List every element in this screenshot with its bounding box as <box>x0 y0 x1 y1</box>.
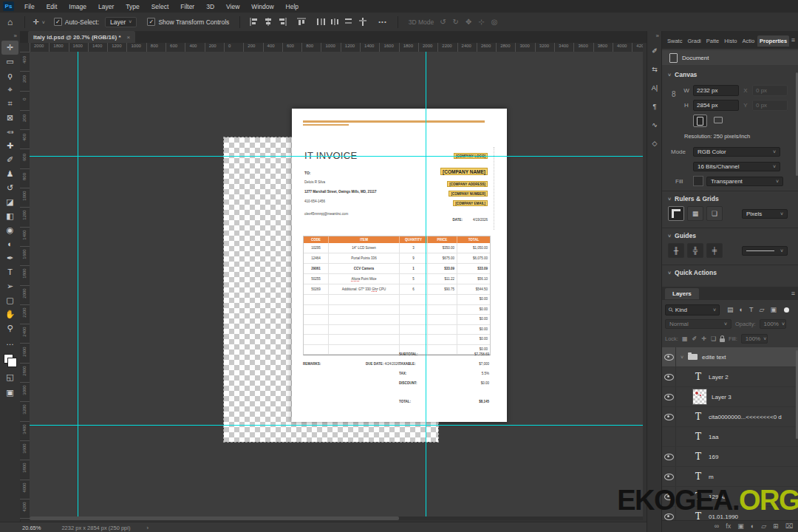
close-icon[interactable]: × <box>127 34 131 41</box>
ruler-origin[interactable] <box>20 43 30 52</box>
menu-window[interactable]: Window <box>245 1 279 13</box>
align-right-icon[interactable] <box>278 18 287 26</box>
align-center-h-icon[interactable] <box>264 18 273 26</box>
zoom-level[interactable]: 20.65% <box>22 525 41 531</box>
lock-paint-icon[interactable]: ✐ <box>692 335 698 342</box>
status-chevron-icon[interactable]: › <box>146 525 149 531</box>
v-ruler[interactable]: 4002000200400600800100012001400160018002… <box>20 52 30 520</box>
filter-shape-icon[interactable]: ▱ <box>759 306 764 313</box>
glyphs-panel-icon[interactable]: ∿ <box>647 117 662 133</box>
link-dimensions-icon[interactable]: 8 <box>672 90 676 98</box>
fill-swatch[interactable] <box>693 176 703 186</box>
layer-row[interactable]: T169 <box>662 447 798 467</box>
screen-mode-button[interactable]: ▣ <box>1 386 18 400</box>
visibility-toggle[interactable] <box>662 367 676 386</box>
rectangle-tool[interactable]: ▢ <box>1 293 18 307</box>
strip-collapse-icon[interactable]: » <box>647 31 662 41</box>
h-scrollbar-thumb[interactable] <box>30 516 399 520</box>
lock-artboard-icon[interactable]: ❏ <box>711 335 716 342</box>
delete-layer-icon[interactable]: ⌧ <box>785 522 793 530</box>
visibility-toggle[interactable] <box>662 387 676 406</box>
color-mode-dropdown[interactable]: RGB Color˅ <box>693 147 780 157</box>
guide-vertical-1[interactable] <box>78 52 78 520</box>
move-tool[interactable]: ✛ <box>1 41 18 55</box>
menu-select[interactable]: Select <box>146 1 175 13</box>
layer-row[interactable]: Tcita0000000...<<<<<<<<0 d <box>662 407 798 427</box>
canvas-section-title[interactable]: ˅ Canvas <box>668 71 697 78</box>
brush-tool[interactable]: ✐ <box>1 153 18 167</box>
grid-settings-icon[interactable]: ❏ <box>706 206 723 221</box>
eyedropper-tool[interactable]: ✏ <box>1 125 18 139</box>
guide-horizontal-1[interactable] <box>30 156 643 157</box>
foreground-background-swatches[interactable] <box>4 354 17 367</box>
marquee-tool[interactable]: ▭ <box>1 55 18 69</box>
object-selection-tool[interactable]: ⌖ <box>1 83 18 97</box>
crop-tool[interactable]: ⌗ <box>1 97 18 111</box>
align-left-icon[interactable] <box>250 18 259 26</box>
guides-title[interactable]: ˅ Guides <box>668 232 696 239</box>
width-field[interactable]: 2232 px <box>693 85 739 96</box>
move-tool-icon[interactable]: ✛˅ <box>30 18 47 26</box>
path-selection-tool[interactable]: ➢ <box>1 279 18 293</box>
menu-filter[interactable]: Filter <box>174 1 200 13</box>
document-tab[interactable]: Italy id.psd @ 20.7% (RGB/16) * × <box>28 31 135 43</box>
opacity-field[interactable]: 100%˅ <box>760 319 786 329</box>
frame-tool[interactable]: ⊠ <box>1 111 18 125</box>
lock-transparent-icon[interactable]: ▦ <box>682 335 688 342</box>
filter-kind-dropdown[interactable]: ⚲ Kind ˅ <box>665 304 720 316</box>
layer-row[interactable]: TLayer 2 <box>662 367 798 387</box>
height-field[interactable]: 2854 px <box>693 100 739 111</box>
menu-file[interactable]: File <box>18 1 41 13</box>
lock-move-icon[interactable]: ✛ <box>701 335 706 342</box>
h-scrollbar-track[interactable] <box>30 516 643 520</box>
align-top-icon[interactable] <box>297 18 306 26</box>
visibility-toggle[interactable] <box>662 467 676 486</box>
lock-guides-icon[interactable]: ╬ <box>687 243 703 258</box>
link-layers-icon[interactable]: ∞ <box>715 522 719 530</box>
grid-toggle-icon[interactable]: ▦ <box>687 206 703 221</box>
menu-image[interactable]: Image <box>63 1 92 13</box>
quick-actions-title[interactable]: ˅ Quick Actions <box>668 269 717 276</box>
tab-properties[interactable]: Properties <box>757 35 789 47</box>
layer-row[interactable]: Tm <box>662 467 798 487</box>
blur-tool[interactable]: ◉ <box>1 223 18 237</box>
guide-horizontal-2[interactable] <box>30 425 643 426</box>
auto-select-scope-dropdown[interactable]: Layer˅ <box>105 17 137 27</box>
distribute-center-h-icon[interactable] <box>330 18 339 26</box>
layer-row[interactable]: ˅edite text <box>662 347 798 367</box>
edit-toolbar[interactable]: … <box>1 335 18 349</box>
type-tool[interactable]: T <box>1 265 18 279</box>
clone-source-icon[interactable]: ⇆ <box>647 61 662 78</box>
layer-row[interactable]: T1aa <box>662 427 798 447</box>
eraser-tool[interactable]: ◪ <box>1 195 18 209</box>
tab-gradi[interactable]: Gradi <box>685 35 703 47</box>
filter-adjustment-icon[interactable]: ◐ <box>740 306 743 313</box>
paragraph-panel-icon[interactable]: ¶ <box>647 98 662 115</box>
lasso-tool[interactable]: ϙ <box>1 69 18 83</box>
distribute-left-icon[interactable] <box>316 18 325 26</box>
tab-actio[interactable]: Actio <box>740 35 757 47</box>
layers-menu-icon[interactable]: ≡ <box>791 290 795 297</box>
properties-document-row[interactable]: Document <box>662 50 798 65</box>
new-layer-icon[interactable]: ⊞ <box>773 522 779 530</box>
quick-mask-button[interactable]: ◱ <box>1 370 18 384</box>
character-panel-icon[interactable]: A| <box>647 80 662 96</box>
visibility-toggle[interactable] <box>662 427 676 446</box>
tab-histo[interactable]: Histo <box>722 35 739 47</box>
photoshop-logo-icon[interactable]: Ps <box>3 1 14 11</box>
canvas-area[interactable]: IT INVOICE [COMPANY LOGO] TO: Delois R S… <box>30 52 643 520</box>
blend-mode-dropdown[interactable]: Normal˅ <box>665 319 732 329</box>
new-group-icon[interactable]: ▱ <box>761 522 766 530</box>
adjustment-layer-icon[interactable]: ◐ <box>751 522 754 530</box>
dodge-tool[interactable]: ◐ <box>1 237 18 251</box>
menu-3d[interactable]: 3D <box>200 1 220 13</box>
landscape-orientation-button[interactable] <box>712 115 724 126</box>
tab-patte[interactable]: Patte <box>704 35 722 47</box>
home-icon[interactable]: ⌂ <box>0 17 20 27</box>
pen-tool[interactable]: ✒ <box>1 251 18 265</box>
ruler-toggle-icon[interactable] <box>668 206 684 221</box>
more-align-options-icon[interactable]: ••• <box>378 18 386 25</box>
ruler-units-dropdown[interactable]: Pixels˅ <box>742 209 788 219</box>
healing-brush-tool[interactable]: ✚ <box>1 139 18 153</box>
distribute-v-icon[interactable] <box>358 18 367 26</box>
